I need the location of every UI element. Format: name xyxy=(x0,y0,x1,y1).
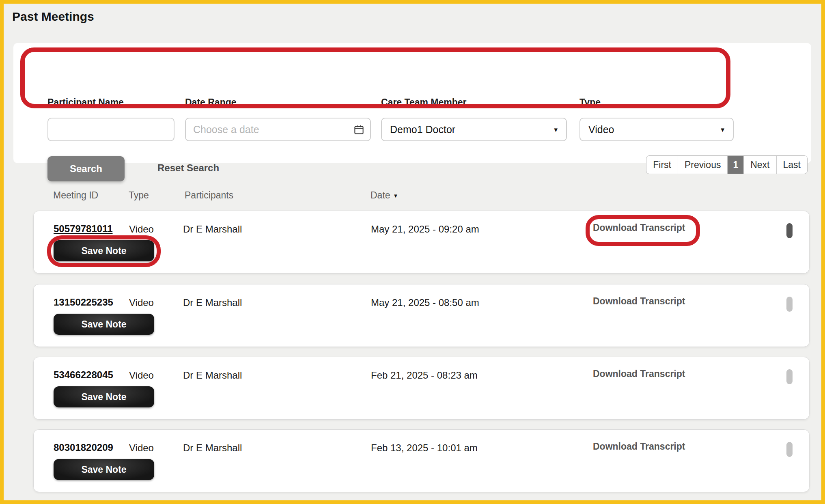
meeting-date: May 21, 2025 - 08:50 am xyxy=(371,297,479,308)
reset-search-link[interactable]: Reset Search xyxy=(157,162,219,174)
meeting-participants: Dr E Marshall xyxy=(183,297,242,308)
filter-panel: Participant Name Date Range Care Team Me… xyxy=(13,43,811,163)
save-note-button[interactable]: Save Note xyxy=(54,240,154,261)
care-team-member-value: Demo1 Doctor xyxy=(390,118,455,140)
meeting-id-link[interactable]: 13150225235 xyxy=(54,297,113,308)
calendar-icon[interactable] xyxy=(353,124,364,135)
chevron-down-icon: ▼ xyxy=(553,126,559,133)
save-note-button[interactable]: Save Note xyxy=(54,459,154,480)
page-title: Past Meetings xyxy=(12,10,94,24)
care-team-member-select[interactable]: Demo1 Doctor ▼ xyxy=(381,118,567,141)
sort-descending-icon: ▼ xyxy=(393,193,398,199)
table-row: 13150225235 Video Dr E Marshall May 21, … xyxy=(33,284,810,347)
pagination: First Previous 1 Next Last xyxy=(646,155,808,174)
download-transcript-link[interactable]: Download Transcript xyxy=(593,441,685,452)
participant-name-label: Participant Name xyxy=(47,97,124,108)
meeting-date: Feb 21, 2025 - 08:23 am xyxy=(371,370,478,381)
meeting-type: Video xyxy=(129,442,154,454)
meeting-date: Feb 13, 2025 - 10:01 am xyxy=(371,442,478,454)
table-row: 50579781011 Video Dr E Marshall May 21, … xyxy=(33,211,810,274)
meeting-id-link[interactable]: 80301820209 xyxy=(54,442,113,453)
meeting-participants: Dr E Marshall xyxy=(183,224,242,235)
search-button[interactable]: Search xyxy=(47,156,125,181)
column-header-participants: Participants xyxy=(185,190,233,201)
download-transcript-link[interactable]: Download Transcript xyxy=(593,368,685,379)
date-range-label: Date Range xyxy=(185,97,237,108)
table-row: 80301820209 Video Dr E Marshall Feb 13, … xyxy=(33,429,810,492)
meeting-type: Video xyxy=(129,224,154,235)
scrollbar-thumb[interactable] xyxy=(786,369,793,384)
meeting-participants: Dr E Marshall xyxy=(183,442,242,454)
meeting-participants: Dr E Marshall xyxy=(183,370,242,381)
column-header-type: Type xyxy=(129,190,149,201)
type-value: Video xyxy=(588,118,614,140)
meeting-id-link[interactable]: 53466228045 xyxy=(54,369,113,381)
column-header-meeting-id: Meeting ID xyxy=(53,190,98,201)
meeting-type: Video xyxy=(129,297,154,308)
chevron-down-icon: ▼ xyxy=(719,126,726,133)
scrollbar-thumb[interactable] xyxy=(786,297,793,312)
save-note-button[interactable]: Save Note xyxy=(54,386,154,407)
column-header-date-label: Date xyxy=(370,190,390,200)
pagination-first[interactable]: First xyxy=(646,156,678,174)
past-meetings-page: Past Meetings Participant Name Date Rang… xyxy=(0,0,825,504)
scrollbar-thumb[interactable] xyxy=(786,223,793,238)
pagination-last[interactable]: Last xyxy=(776,156,807,174)
column-header-date[interactable]: Date▼ xyxy=(370,190,398,201)
download-transcript-link[interactable]: Download Transcript xyxy=(593,296,685,307)
type-label: Type xyxy=(579,97,601,108)
participant-name-input[interactable] xyxy=(47,118,174,141)
care-team-member-label: Care Team Member xyxy=(381,97,467,108)
date-range-placeholder: Choose a date xyxy=(193,118,259,140)
type-select[interactable]: Video ▼ xyxy=(579,118,734,141)
pagination-next[interactable]: Next xyxy=(743,156,776,174)
save-note-button[interactable]: Save Note xyxy=(54,314,154,335)
scrollbar-thumb[interactable] xyxy=(786,442,793,457)
meeting-date: May 21, 2025 - 09:20 am xyxy=(371,224,479,235)
pagination-previous[interactable]: Previous xyxy=(678,156,727,174)
download-transcript-link[interactable]: Download Transcript xyxy=(593,222,685,233)
meeting-id-link[interactable]: 50579781011 xyxy=(54,223,113,235)
pagination-current-page[interactable]: 1 xyxy=(727,156,743,174)
date-range-input[interactable]: Choose a date xyxy=(185,118,371,141)
table-row: 53466228045 Video Dr E Marshall Feb 21, … xyxy=(33,357,810,420)
meeting-type: Video xyxy=(129,370,154,381)
